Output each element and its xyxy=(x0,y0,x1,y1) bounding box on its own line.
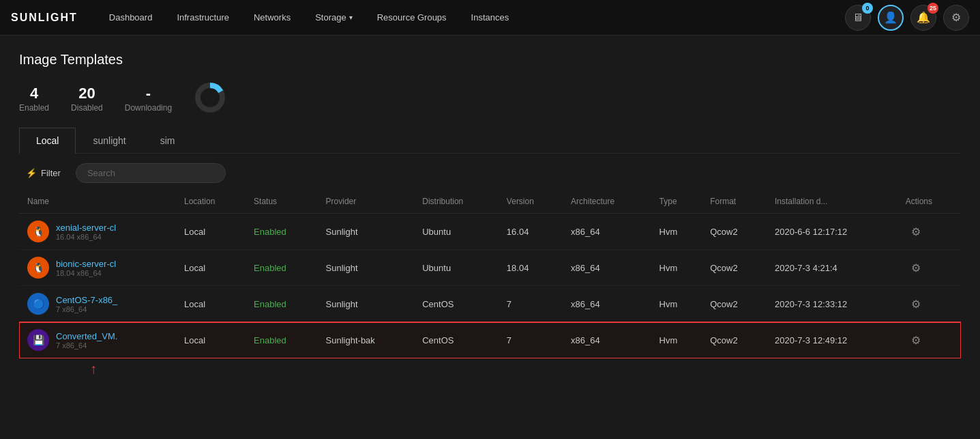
enabled-label: Enabled xyxy=(19,103,49,113)
cell-architecture-1: x86_64 xyxy=(563,250,651,286)
cell-name-0: 🐧 xenial-server-cl 16.04 x86_64 xyxy=(19,214,176,250)
gear-icon: ⚙ xyxy=(951,11,961,24)
col-architecture: Architecture xyxy=(563,190,651,214)
row-icon-1: 🐧 xyxy=(27,257,49,279)
cell-location-3: Local xyxy=(176,322,246,358)
name-sub-2: 7 x86_64 xyxy=(56,305,117,313)
name-sub-3: 7 x86_64 xyxy=(56,341,117,350)
table-row: 🐧 bionic-server-cl 18.04 x86_64 Local En… xyxy=(19,250,961,286)
nav-right-icons: 🖥 0 👤 🔔 25 ⚙ xyxy=(845,5,969,31)
name-main-1: bionic-server-cl xyxy=(56,259,116,269)
donut-chart xyxy=(194,81,226,116)
row-icon-3: 💾 xyxy=(27,329,49,351)
cell-installation-date-1: 2020-7-3 4:21:4 xyxy=(767,250,897,286)
col-location: Location xyxy=(176,190,246,214)
name-main-0: xenial-server-cl xyxy=(56,223,116,233)
stat-downloading: - Downloading xyxy=(125,85,172,112)
toolbar: ⚡ Filter xyxy=(19,154,961,190)
name-text-1: bionic-server-cl 18.04 x86_64 xyxy=(56,259,116,277)
logo: SUNLIGHT xyxy=(11,12,78,24)
col-format: Format xyxy=(702,190,767,214)
row-actions-button-2[interactable]: ⚙ xyxy=(906,295,926,313)
nav-networks[interactable]: Networks xyxy=(244,8,300,27)
donut-svg xyxy=(194,81,226,114)
cell-provider-2: Sunlight xyxy=(318,286,415,322)
downloading-count: - xyxy=(125,85,172,102)
cell-type-0: Hvm xyxy=(651,214,702,250)
selection-arrow-icon: ↑ xyxy=(90,361,97,377)
col-type: Type xyxy=(651,190,702,214)
arrow-indicator-container: ↑ xyxy=(19,361,961,378)
col-actions: Actions xyxy=(897,190,961,214)
row-actions-button-0[interactable]: ⚙ xyxy=(906,223,926,241)
nav-storage[interactable]: Storage ▾ xyxy=(306,8,362,27)
cell-format-2: Qcow2 xyxy=(702,286,767,322)
cell-format-3: Qcow2 xyxy=(702,322,767,358)
nav-instances[interactable]: Instances xyxy=(462,8,519,27)
monitor-icon: 🖥 xyxy=(852,12,863,24)
cell-distribution-3: CentOS xyxy=(414,322,499,358)
cell-distribution-0: Ubuntu xyxy=(414,214,499,250)
disabled-count: 20 xyxy=(71,85,103,102)
col-status: Status xyxy=(246,190,318,214)
name-text-2: CentOS-7-x86_ 7 x86_64 xyxy=(56,295,117,313)
disabled-label: Disabled xyxy=(71,103,103,113)
cell-version-2: 7 xyxy=(499,286,563,322)
nav-infrastructure[interactable]: Infrastructure xyxy=(167,8,239,27)
nav-dashboard[interactable]: Dashboard xyxy=(100,8,162,27)
name-main-2: CentOS-7-x86_ xyxy=(56,295,117,305)
cell-status-3: Enabled xyxy=(246,322,318,358)
notifications-button[interactable]: 🔔 25 xyxy=(910,5,936,31)
cell-architecture-3: x86_64 xyxy=(563,322,651,358)
name-text-0: xenial-server-cl 16.04 x86_64 xyxy=(56,223,116,241)
cell-type-3: Hvm xyxy=(651,322,702,358)
name-sub-0: 16.04 x86_64 xyxy=(56,233,116,241)
notifications-badge: 25 xyxy=(927,3,938,14)
user-profile-button[interactable]: 👤 xyxy=(878,5,904,31)
filter-button[interactable]: ⚡ Filter xyxy=(19,164,68,182)
image-templates-table: Name Location Status Provider Distributi… xyxy=(19,190,961,358)
row-actions-button-1[interactable]: ⚙ xyxy=(906,259,926,277)
cell-status-2: Enabled xyxy=(246,286,318,322)
cell-distribution-2: CentOS xyxy=(414,286,499,322)
cell-provider-1: Sunlight xyxy=(318,250,415,286)
cell-installation-date-3: 2020-7-3 12:49:12 xyxy=(767,322,897,358)
cell-architecture-2: x86_64 xyxy=(563,286,651,322)
chevron-down-icon: ▾ xyxy=(349,14,353,21)
tabs-bar: Local sunlight sim xyxy=(19,127,961,154)
nav-links: Dashboard Infrastructure Networks Storag… xyxy=(100,8,845,27)
row-actions-button-3[interactable]: ⚙ xyxy=(906,331,926,350)
cell-name-1: 🐧 bionic-server-cl 18.04 x86_64 xyxy=(19,250,176,286)
cell-type-1: Hvm xyxy=(651,250,702,286)
stat-enabled: 4 Enabled xyxy=(19,85,49,112)
cell-location-1: Local xyxy=(176,250,246,286)
monitor-badge: 0 xyxy=(862,3,873,14)
tab-sim[interactable]: sim xyxy=(143,128,192,154)
settings-button[interactable]: ⚙ xyxy=(943,5,969,31)
col-installation-date: Installation d... xyxy=(767,190,897,214)
name-main-3: Converted_VM. xyxy=(56,331,117,341)
tab-local[interactable]: Local xyxy=(19,128,76,154)
monitor-button[interactable]: 🖥 0 xyxy=(845,5,871,31)
stats-row: 4 Enabled 20 Disabled - Downloading xyxy=(19,81,961,116)
cell-status-1: Enabled xyxy=(246,250,318,286)
bell-icon: 🔔 xyxy=(917,11,930,24)
table-header-row: Name Location Status Provider Distributi… xyxy=(19,190,961,214)
cell-version-1: 18.04 xyxy=(499,250,563,286)
stat-disabled: 20 Disabled xyxy=(71,85,103,112)
downloading-label: Downloading xyxy=(125,103,172,113)
cell-installation-date-2: 2020-7-3 12:33:12 xyxy=(767,286,897,322)
col-provider: Provider xyxy=(318,190,415,214)
user-icon: 👤 xyxy=(884,11,897,24)
row-icon-0: 🐧 xyxy=(27,221,49,242)
cell-provider-3: Sunlight-bak xyxy=(318,322,415,358)
nav-resource-groups[interactable]: Resource Groups xyxy=(368,8,456,27)
page-title: Image Templates xyxy=(19,52,961,68)
col-version: Version xyxy=(499,190,563,214)
search-input[interactable] xyxy=(76,163,226,183)
cell-location-0: Local xyxy=(176,214,246,250)
cell-name-2: 🔵 CentOS-7-x86_ 7 x86_64 xyxy=(19,286,176,322)
cell-provider-0: Sunlight xyxy=(318,214,415,250)
cell-distribution-1: Ubuntu xyxy=(414,250,499,286)
tab-sunlight[interactable]: sunlight xyxy=(76,128,143,154)
